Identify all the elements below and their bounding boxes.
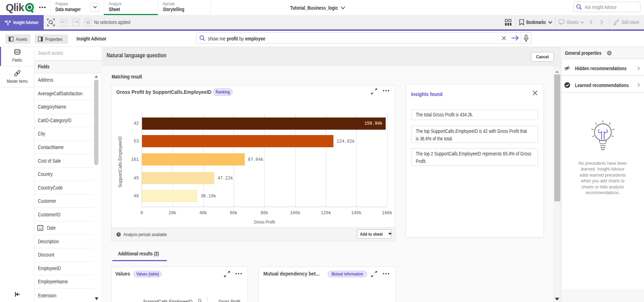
svg-text:?: ?: [608, 51, 610, 55]
svg-text:12: 12: [39, 227, 42, 230]
